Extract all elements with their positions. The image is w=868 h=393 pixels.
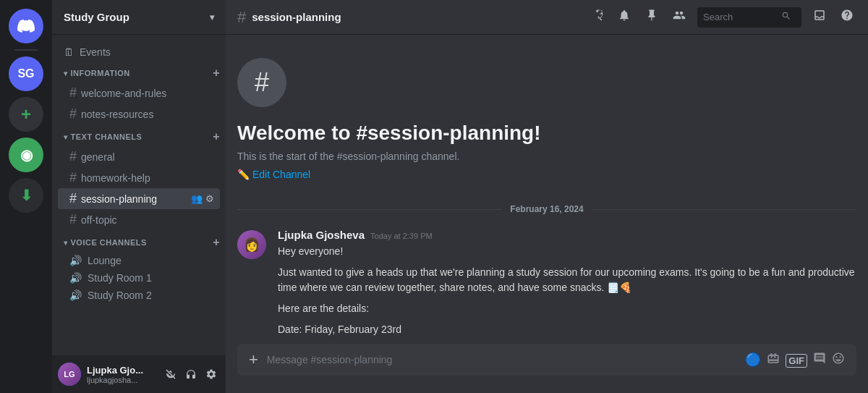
gear-icon[interactable]: ⚙ — [205, 193, 214, 204]
message-group: 👩 Ljupka Gjosheva Today at 2:39 PM Hey e… — [226, 226, 868, 344]
channel-hash-icon: # — [237, 8, 246, 27]
top-bar: # session-planning — [226, 0, 868, 35]
server-icon-study-group[interactable]: SG — [9, 56, 43, 91]
hash-icon: # — [69, 149, 77, 164]
section-chevron-icon: ▾ — [64, 239, 68, 247]
events-label: Events — [80, 46, 111, 58]
server-icon-download[interactable]: ⬇ — [9, 178, 43, 213]
speaker-icon: 🔊 — [69, 272, 82, 284]
help-icon[interactable] — [838, 6, 856, 28]
add-attachment-button[interactable]: + — [249, 352, 258, 368]
voice-channel-room2[interactable]: 🔊 Study Room 2 — [58, 287, 220, 304]
events-item[interactable]: 🗓 Events — [52, 41, 226, 64]
channel-name-offtopic: off-topic — [81, 214, 214, 226]
messages-area: # Welcome to #session-planning! This is … — [226, 35, 868, 344]
server-header[interactable]: Study Group ▾ — [52, 0, 226, 35]
user-info: Ljupka Gjo... ljupkagjosha... — [87, 365, 156, 384]
deafen-button[interactable] — [182, 365, 200, 383]
settings-button[interactable] — [203, 365, 220, 383]
channel-name-welcome: welcome-and-rules — [81, 88, 214, 99]
edit-channel-link[interactable]: ✏️ Edit Channel — [237, 169, 310, 180]
gift-icon[interactable] — [767, 352, 780, 368]
pin-icon[interactable] — [642, 6, 661, 28]
main-content: # session-planning — [226, 0, 868, 393]
section-voice-channels: ▾VOICE CHANNELS + 🔊 Lounge 🔊 Study Room … — [52, 233, 226, 304]
message-input[interactable] — [267, 345, 736, 374]
members-icon[interactable] — [670, 6, 689, 28]
date-divider: February 16, 2024 — [226, 198, 868, 220]
emoji-icon[interactable] — [832, 352, 845, 368]
section-label-voice: VOICE CHANNELS — [71, 238, 147, 247]
add-channel-button-information[interactable]: + — [213, 67, 220, 80]
add-channel-button-text[interactable]: + — [213, 130, 220, 143]
hammer-icon[interactable] — [587, 6, 606, 28]
speaker-icon: 🔊 — [69, 290, 82, 301]
section-label-text: TEXT CHANNELS — [71, 132, 142, 141]
channel-intro-icon: # — [237, 58, 286, 107]
channel-item-homework[interactable]: # homework-help — [58, 167, 220, 188]
message-content: Ljupka Gjosheva Today at 2:39 PM Hey eve… — [278, 229, 856, 344]
voice-channel-lounge[interactable]: 🔊 Lounge — [58, 252, 220, 269]
message-details-header: Here are the details: — [278, 301, 856, 316]
server-divider — [14, 49, 38, 51]
calendar-icon: 🗓 — [64, 46, 74, 58]
speaker-icon: 🔊 — [69, 255, 82, 266]
chevron-down-icon: ▾ — [210, 12, 214, 22]
search-input[interactable] — [703, 12, 775, 22]
section-header-text[interactable]: ▾TEXT CHANNELS + — [52, 127, 226, 146]
add-channel-button-voice[interactable]: + — [213, 236, 220, 249]
user-controls — [162, 365, 220, 383]
inbox-icon[interactable] — [810, 6, 829, 28]
section-label-information: INFORMATION — [71, 69, 130, 77]
sticker-icon[interactable] — [813, 352, 826, 368]
discord-home-icon[interactable] — [9, 9, 43, 43]
user-avatar: LG — [58, 363, 81, 386]
mute-button[interactable] — [162, 365, 179, 383]
channel-intro-title: Welcome to #session-planning! — [237, 122, 856, 145]
channel-item-session-planning[interactable]: # session-planning 👥 ⚙ — [58, 188, 220, 209]
channel-item-offtopic[interactable]: # off-topic — [58, 209, 220, 230]
message-header: Ljupka Gjosheva Today at 2:39 PM — [278, 229, 856, 241]
section-chevron-icon: ▾ — [64, 133, 68, 141]
message-text: Hey everyone! Just wanted to give a head… — [278, 244, 856, 344]
channel-list: 🗓 Events ▾INFORMATION + # welcome-and-ru… — [52, 35, 226, 355]
message-timestamp: Today at 2:39 PM — [370, 232, 433, 240]
add-server-button[interactable]: + — [9, 97, 43, 132]
voice-channel-name-room2: Study Room 2 — [88, 290, 152, 301]
channel-item-notes[interactable]: # notes-resources — [58, 103, 220, 124]
search-icon — [781, 11, 791, 23]
hash-icon: # — [69, 170, 77, 185]
nitro-icon[interactable]: 🔵 — [745, 352, 761, 368]
hash-icon: # — [69, 191, 77, 206]
voice-channel-room1[interactable]: 🔊 Study Room 1 — [58, 269, 220, 287]
user-bar: LG Ljupka Gjo... ljupkagjosha... — [52, 355, 226, 393]
hash-icon: # — [69, 85, 77, 101]
message-greeting: Hey everyone! — [278, 244, 856, 259]
pencil-icon: ✏️ — [237, 169, 250, 180]
channel-title: session-planning — [252, 11, 341, 23]
channel-item-welcome[interactable]: # welcome-and-rules — [58, 83, 220, 103]
search-bar[interactable] — [697, 7, 801, 28]
channel-item-general[interactable]: # general — [58, 146, 220, 167]
channel-sidebar: Study Group ▾ 🗓 Events ▾INFORMATION + # … — [52, 0, 226, 393]
message-author[interactable]: Ljupka Gjosheva — [278, 229, 365, 241]
input-actions: 🔵 GIF — [745, 352, 845, 368]
message-body1: Just wanted to give a heads up that we'r… — [278, 265, 856, 295]
section-header-information[interactable]: ▾INFORMATION + — [52, 64, 226, 83]
channel-name-notes: notes-resources — [81, 109, 214, 120]
channel-name-session-planning: session-planning — [81, 193, 187, 205]
date-divider-text: February 16, 2024 — [501, 204, 592, 214]
section-text-channels: ▾TEXT CHANNELS + # general # homework-he… — [52, 127, 226, 230]
voice-channel-name-lounge: Lounge — [88, 255, 122, 266]
hash-icon: # — [69, 106, 77, 122]
message-input-area: + 🔵 GIF — [226, 344, 868, 393]
user-icon[interactable]: 👥 — [191, 193, 203, 204]
channel-title-area: # session-planning — [237, 8, 579, 27]
gif-icon[interactable]: GIF — [786, 352, 807, 368]
user-discriminator: ljupkagjosha... — [87, 376, 156, 384]
bell-icon[interactable] — [615, 6, 634, 28]
username-display: Ljupka Gjo... — [87, 365, 156, 376]
section-header-voice[interactable]: ▾VOICE CHANNELS + — [52, 233, 226, 252]
channel-name-general: general — [81, 151, 214, 163]
server-icon-green[interactable]: ◉ — [9, 138, 43, 172]
